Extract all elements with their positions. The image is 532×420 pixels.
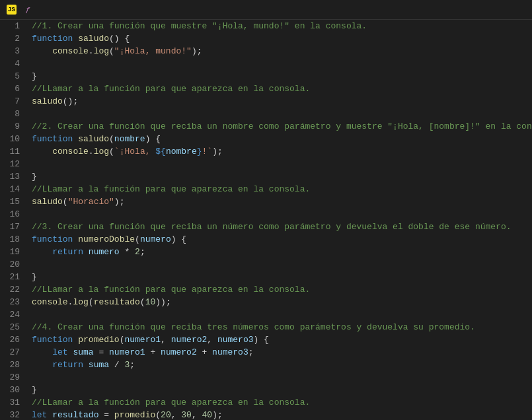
code-line: } xyxy=(32,170,525,183)
line-number: 31 xyxy=(3,396,20,409)
code-line: return suma / 3; xyxy=(32,359,525,371)
line-number: 15 xyxy=(3,195,20,208)
line-number: 13 xyxy=(3,170,20,183)
line-number: 2 xyxy=(3,32,20,45)
code-line: console.log(resultado(10)); xyxy=(32,296,525,308)
breadcrumb: ƒ xyxy=(20,6,33,14)
code-line: //1. Crear una función que muestre "¡Hol… xyxy=(32,20,525,32)
line-number: 26 xyxy=(3,333,20,346)
line-number: 18 xyxy=(3,233,20,246)
code-line: function saludo(nombre) { xyxy=(32,133,525,145)
line-number: 9 xyxy=(3,120,20,133)
line-number: 11 xyxy=(3,145,20,158)
code-line: //LLamar a la función para que aparezca … xyxy=(32,183,525,195)
line-number: 1 xyxy=(3,20,20,32)
line-number: 23 xyxy=(3,296,20,308)
code-line xyxy=(32,57,525,70)
line-numbers: 1234567891011121314151617181920212223242… xyxy=(0,20,25,420)
code-line xyxy=(32,308,525,321)
code-line: } xyxy=(32,384,525,396)
code-line: let suma = numero1 + numero2 + numero3; xyxy=(32,346,525,359)
line-number: 4 xyxy=(3,57,20,70)
line-number: 21 xyxy=(3,271,20,283)
code-line xyxy=(32,158,525,170)
code-line: //4. Crear una función que reciba tres n… xyxy=(32,321,525,333)
code-line xyxy=(32,258,525,271)
line-number: 22 xyxy=(3,283,20,296)
line-number: 17 xyxy=(3,221,20,233)
code-line: let resultado = promedio(20, 30, 40); xyxy=(32,409,525,420)
line-number: 19 xyxy=(3,246,20,258)
code-line: //LLamar a la función para que aparezca … xyxy=(32,396,525,409)
line-number: 16 xyxy=(3,208,20,221)
code-line: //LLamar a la función para que aparezca … xyxy=(32,83,525,95)
title-bar: JS ƒ xyxy=(0,0,532,20)
code-line: saludo(); xyxy=(32,95,525,108)
line-number: 12 xyxy=(3,158,20,170)
line-number: 25 xyxy=(3,321,20,333)
line-number: 14 xyxy=(3,183,20,195)
code-line xyxy=(32,371,525,384)
code-line: console.log("¡Hola, mundo!"); xyxy=(32,45,525,57)
code-line: } xyxy=(32,271,525,283)
line-number: 5 xyxy=(3,70,20,83)
line-number: 32 xyxy=(3,409,20,420)
line-number: 27 xyxy=(3,346,20,359)
code-line: } xyxy=(32,70,525,83)
code-line xyxy=(32,108,525,120)
line-number: 6 xyxy=(3,83,20,95)
code-line: return numero * 2; xyxy=(32,246,525,258)
code-area: 1234567891011121314151617181920212223242… xyxy=(0,20,532,420)
line-number: 29 xyxy=(3,371,20,384)
js-icon: JS xyxy=(7,5,17,15)
code-line: //2. Crear una función que reciba un nom… xyxy=(32,120,525,133)
line-number: 7 xyxy=(3,95,20,108)
code-line: function saludo() { xyxy=(32,32,525,45)
code-line xyxy=(32,208,525,221)
line-number: 10 xyxy=(3,133,20,145)
code-line: console.log(`¡Hola, ${nombre}!`); xyxy=(32,145,525,158)
line-number: 24 xyxy=(3,308,20,321)
code-content[interactable]: //1. Crear una función que muestre "¡Hol… xyxy=(25,20,532,420)
line-number: 20 xyxy=(3,258,20,271)
code-line: //3. Crear una función que reciba un núm… xyxy=(32,221,525,233)
line-number: 28 xyxy=(3,359,20,371)
code-line: saludo("Horacio"); xyxy=(32,195,525,208)
code-line: //LLamar a la función para que aparezca … xyxy=(32,283,525,296)
line-number: 30 xyxy=(3,384,20,396)
code-line: function promedio(numero1, numero2, nume… xyxy=(32,333,525,346)
line-number: 8 xyxy=(3,108,20,120)
breadcrumb-func-icon: ƒ xyxy=(26,6,30,14)
code-line: function numeroDoble(numero) { xyxy=(32,233,525,246)
line-number: 3 xyxy=(3,45,20,57)
